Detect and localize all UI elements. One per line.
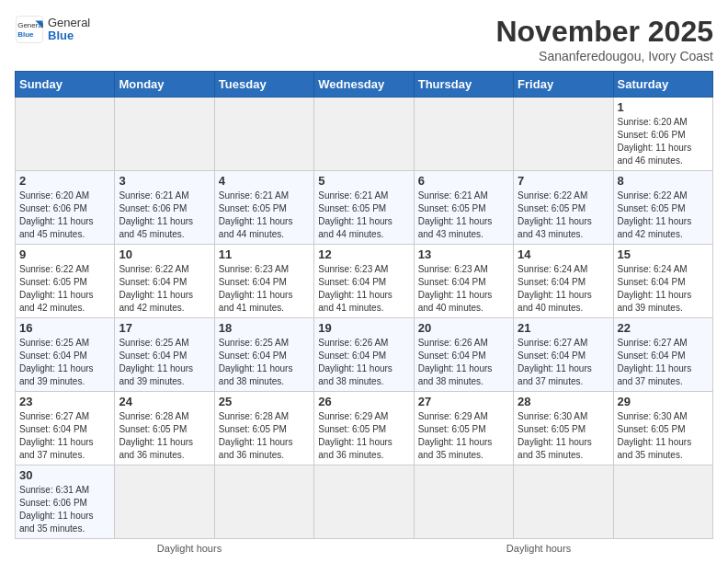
calendar-cell [115, 98, 214, 171]
calendar-cell: 15Sunrise: 6:24 AM Sunset: 6:04 PM Dayli… [613, 245, 712, 318]
calendar-cell: 30Sunrise: 6:31 AM Sunset: 6:06 PM Dayli… [16, 465, 115, 539]
calendar-week-row: 16Sunrise: 6:25 AM Sunset: 6:04 PM Dayli… [16, 318, 713, 392]
day-info: Sunrise: 6:21 AM Sunset: 6:06 PM Dayligh… [119, 190, 210, 241]
calendar-week-row: 9Sunrise: 6:22 AM Sunset: 6:05 PM Daylig… [16, 245, 713, 318]
calendar-cell: 17Sunrise: 6:25 AM Sunset: 6:04 PM Dayli… [115, 318, 214, 392]
calendar-cell: 10Sunrise: 6:22 AM Sunset: 6:04 PM Dayli… [115, 245, 214, 318]
day-number: 28 [518, 395, 609, 408]
calendar-cell: 25Sunrise: 6:28 AM Sunset: 6:05 PM Dayli… [214, 392, 313, 465]
calendar-cell: 5Sunrise: 6:21 AM Sunset: 6:05 PM Daylig… [314, 171, 414, 245]
calendar-cell: 1Sunrise: 6:20 AM Sunset: 6:06 PM Daylig… [613, 98, 712, 171]
day-number: 4 [219, 174, 310, 188]
day-number: 14 [518, 247, 609, 261]
calendar-cell: 26Sunrise: 6:29 AM Sunset: 6:05 PM Dayli… [314, 392, 414, 465]
calendar-week-row: 1Sunrise: 6:20 AM Sunset: 6:06 PM Daylig… [16, 98, 713, 171]
day-info: Sunrise: 6:30 AM Sunset: 6:05 PM Dayligh… [618, 410, 709, 462]
day-info: Sunrise: 6:27 AM Sunset: 6:04 PM Dayligh… [518, 337, 609, 388]
day-number: 29 [618, 395, 709, 408]
calendar-cell: 7Sunrise: 6:22 AM Sunset: 6:05 PM Daylig… [514, 171, 613, 245]
calendar-cell: 21Sunrise: 6:27 AM Sunset: 6:04 PM Dayli… [514, 318, 613, 392]
footer-bar: Daylight hours Daylight hours [15, 543, 713, 554]
day-number: 8 [618, 174, 709, 188]
calendar-cell [214, 465, 313, 539]
day-number: 21 [518, 321, 609, 335]
footer-right-label: Daylight hours [506, 543, 571, 554]
day-number: 7 [518, 174, 609, 188]
day-number: 9 [19, 247, 110, 261]
title-block: November 2025 Sananferedougou, Ivory Coa… [495, 15, 713, 63]
header: General Blue General Blue November 2025 … [15, 15, 713, 63]
weekday-header: Sunday [16, 72, 115, 98]
weekday-header-row: SundayMondayTuesdayWednesdayThursdayFrid… [16, 72, 713, 98]
day-info: Sunrise: 6:21 AM Sunset: 6:05 PM Dayligh… [219, 190, 310, 241]
calendar-cell: 20Sunrise: 6:26 AM Sunset: 6:04 PM Dayli… [414, 318, 513, 392]
location-subtitle: Sananferedougou, Ivory Coast [495, 49, 713, 63]
day-info: Sunrise: 6:24 AM Sunset: 6:04 PM Dayligh… [618, 263, 709, 315]
day-number: 1 [618, 100, 709, 114]
day-info: Sunrise: 6:26 AM Sunset: 6:04 PM Dayligh… [318, 337, 409, 388]
calendar-cell [414, 465, 513, 539]
calendar-table: SundayMondayTuesdayWednesdayThursdayFrid… [15, 71, 713, 539]
day-number: 24 [119, 395, 210, 408]
day-info: Sunrise: 6:26 AM Sunset: 6:04 PM Dayligh… [418, 337, 509, 388]
month-title: November 2025 [495, 15, 713, 49]
day-number: 19 [318, 321, 409, 335]
calendar-week-row: 2Sunrise: 6:20 AM Sunset: 6:06 PM Daylig… [16, 171, 713, 245]
calendar-cell [514, 98, 613, 171]
calendar-cell: 6Sunrise: 6:21 AM Sunset: 6:05 PM Daylig… [414, 171, 513, 245]
calendar-cell [414, 98, 513, 171]
day-number: 6 [418, 174, 509, 188]
day-number: 5 [318, 174, 409, 188]
calendar-cell: 4Sunrise: 6:21 AM Sunset: 6:05 PM Daylig… [214, 171, 313, 245]
day-info: Sunrise: 6:21 AM Sunset: 6:05 PM Dayligh… [318, 190, 409, 241]
logo-blue-text: Blue [48, 29, 90, 42]
day-number: 22 [618, 321, 709, 335]
day-info: Sunrise: 6:23 AM Sunset: 6:04 PM Dayligh… [219, 263, 310, 315]
day-info: Sunrise: 6:31 AM Sunset: 6:06 PM Dayligh… [19, 484, 110, 535]
day-info: Sunrise: 6:23 AM Sunset: 6:04 PM Dayligh… [418, 263, 509, 315]
weekday-header: Friday [514, 72, 613, 98]
day-number: 26 [318, 395, 409, 408]
calendar-cell: 11Sunrise: 6:23 AM Sunset: 6:04 PM Dayli… [214, 245, 313, 318]
day-number: 13 [418, 247, 509, 261]
calendar-cell: 16Sunrise: 6:25 AM Sunset: 6:04 PM Dayli… [16, 318, 115, 392]
day-number: 30 [19, 468, 110, 482]
day-info: Sunrise: 6:27 AM Sunset: 6:04 PM Dayligh… [19, 410, 110, 462]
day-info: Sunrise: 6:27 AM Sunset: 6:04 PM Dayligh… [618, 337, 709, 388]
calendar-week-row: 23Sunrise: 6:27 AM Sunset: 6:04 PM Dayli… [16, 392, 713, 465]
day-number: 12 [318, 247, 409, 261]
calendar-week-row: 30Sunrise: 6:31 AM Sunset: 6:06 PM Dayli… [16, 465, 713, 539]
day-info: Sunrise: 6:21 AM Sunset: 6:05 PM Dayligh… [418, 190, 509, 241]
day-number: 17 [119, 321, 210, 335]
weekday-header: Tuesday [214, 72, 313, 98]
calendar-cell [16, 98, 115, 171]
day-info: Sunrise: 6:30 AM Sunset: 6:05 PM Dayligh… [518, 410, 609, 462]
day-info: Sunrise: 6:22 AM Sunset: 6:04 PM Dayligh… [119, 263, 210, 315]
calendar-cell: 29Sunrise: 6:30 AM Sunset: 6:05 PM Dayli… [613, 392, 712, 465]
weekday-header: Thursday [414, 72, 513, 98]
day-number: 3 [119, 174, 210, 188]
day-number: 10 [119, 247, 210, 261]
day-info: Sunrise: 6:24 AM Sunset: 6:04 PM Dayligh… [518, 263, 609, 315]
logo-general-text: General [48, 17, 90, 29]
day-info: Sunrise: 6:22 AM Sunset: 6:05 PM Dayligh… [19, 263, 110, 315]
calendar-cell [214, 98, 313, 171]
calendar-cell: 2Sunrise: 6:20 AM Sunset: 6:06 PM Daylig… [16, 171, 115, 245]
day-number: 11 [219, 247, 310, 261]
logo-icon: General Blue [15, 15, 44, 44]
weekday-header: Saturday [613, 72, 712, 98]
day-info: Sunrise: 6:20 AM Sunset: 6:06 PM Dayligh… [618, 116, 709, 167]
calendar-cell [613, 465, 712, 539]
day-info: Sunrise: 6:29 AM Sunset: 6:05 PM Dayligh… [418, 410, 509, 462]
day-number: 23 [19, 395, 110, 408]
day-info: Sunrise: 6:25 AM Sunset: 6:04 PM Dayligh… [19, 337, 110, 388]
day-number: 25 [219, 395, 310, 408]
day-number: 2 [19, 174, 110, 188]
day-info: Sunrise: 6:23 AM Sunset: 6:04 PM Dayligh… [318, 263, 409, 315]
calendar-cell: 13Sunrise: 6:23 AM Sunset: 6:04 PM Dayli… [414, 245, 513, 318]
weekday-header: Wednesday [314, 72, 414, 98]
day-number: 15 [618, 247, 709, 261]
day-info: Sunrise: 6:22 AM Sunset: 6:05 PM Dayligh… [618, 190, 709, 241]
calendar-cell [314, 465, 414, 539]
day-info: Sunrise: 6:25 AM Sunset: 6:04 PM Dayligh… [119, 337, 210, 388]
